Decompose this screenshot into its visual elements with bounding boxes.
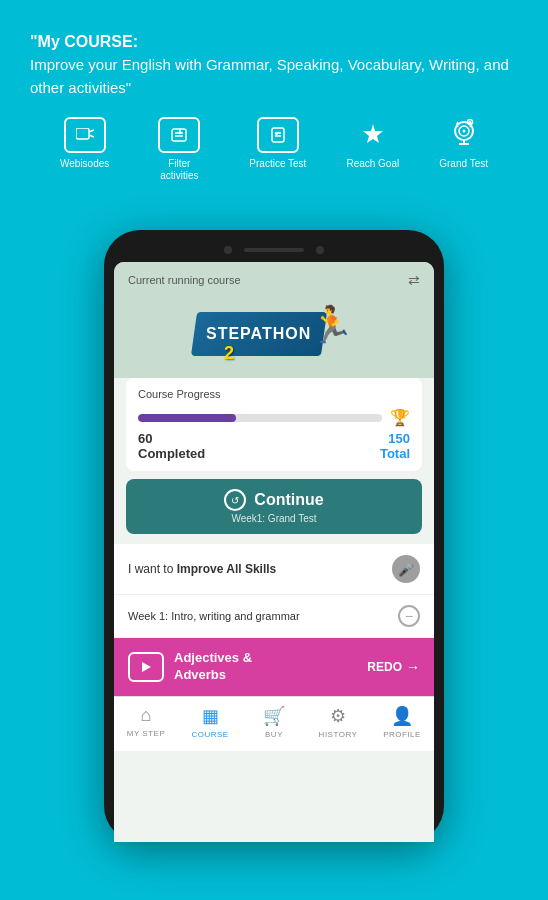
collapse-button[interactable]: − <box>398 605 420 627</box>
header-title: "My COURSE: <box>30 33 138 50</box>
grand-test-icon <box>443 117 485 153</box>
redo-arrow-icon: → <box>406 659 420 675</box>
total-label: Total <box>380 446 410 461</box>
svg-point-17 <box>469 121 471 123</box>
progress-bar-track <box>138 414 382 422</box>
improve-text: I want to Improve All Skills <box>128 562 276 576</box>
progress-bar-container: 🏆 <box>138 408 410 427</box>
nav-webisodes[interactable]: Webisodes <box>60 117 109 170</box>
stepathon-image: STEPATHON 2 🏃 <box>194 304 354 364</box>
filter-icon <box>158 117 200 153</box>
current-course-label: Current running course <box>128 274 241 286</box>
nav-history[interactable]: ⚙ HISTORY <box>313 705 363 739</box>
nav-course[interactable]: ▦ COURSE <box>185 705 235 739</box>
buy-icon: 🛒 <box>263 705 285 727</box>
screen-header-row: Current running course ⇄ <box>128 272 420 288</box>
improve-row[interactable]: I want to Improve All Skills 🎤 <box>114 544 434 595</box>
history-label: HISTORY <box>319 730 358 739</box>
my-step-icon: ⌂ <box>141 705 152 726</box>
stepathon-banner: STEPATHON 2 🏃 <box>114 294 434 378</box>
header-area: "My COURSE: Improve your English with Gr… <box>0 0 548 218</box>
reach-goal-icon <box>352 117 394 153</box>
nav-filter[interactable]: Filter activities <box>149 117 209 182</box>
lesson-title-line1: Adjectives & <box>174 650 252 665</box>
stepathon-bg: STEPATHON <box>191 312 327 356</box>
redo-label: REDO <box>367 660 402 674</box>
screen-header: Current running course ⇄ <box>114 262 434 294</box>
stepathon-runner: 🏃 <box>309 304 354 346</box>
lesson-title-line2: Adverbs <box>174 667 226 682</box>
nav-reach-goal[interactable]: Reach Goal <box>346 117 399 170</box>
practice-label: Practice Test <box>249 158 306 170</box>
svg-point-6 <box>179 131 182 134</box>
week-label: Week 1: Intro, writing and grammar <box>128 610 300 622</box>
svg-marker-18 <box>142 662 151 672</box>
phone-screen: Current running course ⇄ STEPATHON 2 🏃 C… <box>114 262 434 842</box>
nav-profile[interactable]: 👤 PROFILE <box>377 705 427 739</box>
lesson-row[interactable]: Adjectives & Adverbs REDO → <box>114 638 434 696</box>
course-label: COURSE <box>191 730 228 739</box>
phone-notch <box>114 246 434 254</box>
my-step-label: MY STEP <box>127 729 165 738</box>
practice-icon <box>257 117 299 153</box>
svg-point-13 <box>462 130 465 133</box>
course-icon: ▦ <box>202 705 219 727</box>
swap-icon[interactable]: ⇄ <box>408 272 420 288</box>
header-quote: "My COURSE: Improve your English with Gr… <box>30 30 518 99</box>
progress-completed: 60 Completed <box>138 431 205 461</box>
progress-numbers: 60 Completed 150 Total <box>138 431 410 461</box>
completed-label: Completed <box>138 446 205 461</box>
continue-sub-label: Week1: Grand Test <box>231 513 316 524</box>
svg-marker-10 <box>363 124 383 143</box>
continue-label: Continue <box>254 491 323 509</box>
profile-icon: 👤 <box>391 705 413 727</box>
phone-frame: Current running course ⇄ STEPATHON 2 🏃 C… <box>104 230 444 842</box>
improve-prefix: I want to <box>128 562 177 576</box>
lesson-video-icon <box>128 652 164 682</box>
lesson-title: Adjectives & Adverbs <box>174 650 252 684</box>
nav-practice[interactable]: Practice Test <box>249 117 306 170</box>
continue-button[interactable]: ↺ Continue Week1: Grand Test <box>126 479 422 534</box>
stepathon-num: 2 <box>224 343 234 364</box>
phone-speaker <box>244 248 304 252</box>
header-description: Improve your English with Grammar, Speak… <box>30 56 509 96</box>
reach-goal-label: Reach Goal <box>346 158 399 170</box>
nav-buy[interactable]: 🛒 BUY <box>249 705 299 739</box>
improve-bold: Improve All Skills <box>177 562 277 576</box>
week-row[interactable]: Week 1: Intro, writing and grammar − <box>114 595 434 638</box>
mic-button[interactable]: 🎤 <box>392 555 420 583</box>
progress-card: Course Progress 🏆 60 Completed 150 Total <box>126 378 422 471</box>
progress-total: 150 Total <box>380 431 410 461</box>
phone-camera-2 <box>316 246 324 254</box>
top-nav: Webisodes Filter activities <box>30 117 518 182</box>
continue-btn-row: ↺ Continue <box>224 489 323 511</box>
history-icon: ⚙ <box>330 705 346 727</box>
svg-rect-7 <box>272 128 284 142</box>
progress-bar-fill <box>138 414 236 422</box>
svg-rect-3 <box>172 129 186 141</box>
svg-rect-0 <box>76 128 89 139</box>
white-section: I want to Improve All Skills 🎤 Week 1: I… <box>114 544 434 696</box>
progress-title: Course Progress <box>138 388 410 400</box>
buy-label: BUY <box>265 730 283 739</box>
redo-button[interactable]: REDO → <box>367 659 420 675</box>
trophy-icon: 🏆 <box>390 408 410 427</box>
total-count: 150 <box>380 431 410 446</box>
bottom-nav: ⌂ MY STEP ▦ COURSE 🛒 BUY ⚙ HISTORY 👤 PRO… <box>114 696 434 751</box>
phone-camera <box>224 246 232 254</box>
nav-my-step[interactable]: ⌂ MY STEP <box>121 705 171 738</box>
lesson-left: Adjectives & Adverbs <box>128 650 252 684</box>
webisodes-label: Webisodes <box>60 158 109 170</box>
nav-grand-test[interactable]: Grand Test <box>439 117 488 170</box>
profile-label: PROFILE <box>383 730 421 739</box>
grand-test-label: Grand Test <box>439 158 488 170</box>
stepathon-title: STEPATHON <box>206 325 311 343</box>
filter-label: Filter activities <box>149 158 209 182</box>
webisodes-icon <box>64 117 106 153</box>
completed-count: 60 <box>138 431 205 446</box>
continue-icon: ↺ <box>224 489 246 511</box>
